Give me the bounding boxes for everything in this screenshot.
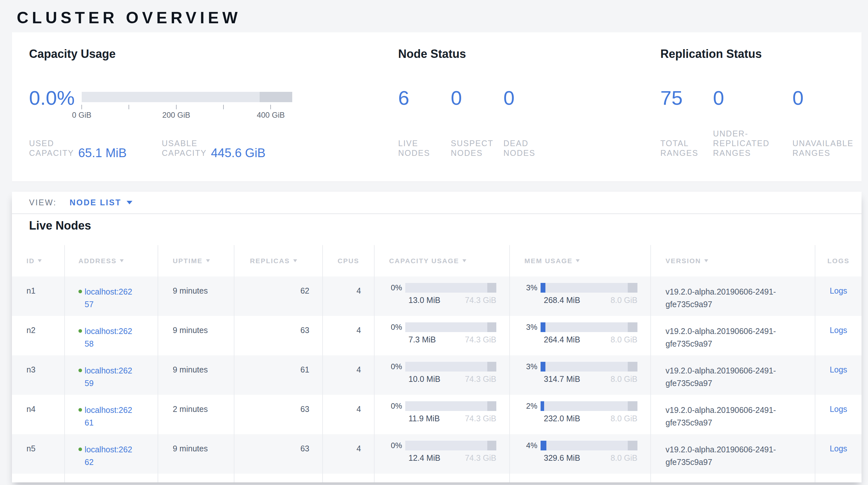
node-live-status-dot — [79, 290, 82, 293]
replicas-cell: 62 — [235, 277, 323, 316]
stat-value: 0 — [503, 88, 556, 108]
cpus-cell: 4 — [323, 316, 375, 355]
usage-bar-fill — [540, 322, 546, 332]
usage-used-value: 268.4 MiB — [544, 295, 580, 305]
usage-total-value: 74.3 GiB — [465, 414, 496, 423]
usage-bar-fill — [540, 283, 546, 293]
usage-total-value: 8.0 GiB — [611, 453, 638, 463]
usage-total-value: 8.0 GiB — [611, 295, 638, 305]
node-id: n1 — [12, 277, 65, 316]
uptime-cell: 9 minutes — [158, 434, 235, 474]
version-cell: v19.2.0-alpha.20190606-2491-gfe735c9a97 — [651, 434, 815, 474]
mem-usage-cell: 3% 314.7 MiB 8.0 GiB — [510, 355, 651, 395]
cpus-cell: 4 — [323, 355, 375, 395]
replicas-cell: 63 — [235, 316, 323, 355]
usage-used-value: 314.7 MiB — [544, 374, 580, 384]
axis-tick-label: 0 GiB — [72, 111, 91, 120]
usage-total-value: 74.3 GiB — [465, 453, 496, 463]
stat-label: DEADNODES — [503, 138, 535, 158]
usage-bar — [405, 322, 496, 332]
usage-bar-cap — [628, 441, 638, 450]
node-status-heading: Node Status — [398, 47, 466, 61]
axis-tick — [82, 105, 82, 109]
stat-label: UNDER-REPLICATEDRANGES — [713, 129, 770, 158]
column-header-address[interactable]: ADDRESS — [65, 245, 158, 277]
node-live-status-dot — [79, 329, 82, 333]
logs-link[interactable]: Logs — [830, 444, 847, 453]
axis-tick-label: 400 GiB — [257, 111, 285, 120]
node-list-dropdown[interactable]: NODE LIST — [69, 198, 132, 207]
page-title: CLUSTER OVERVIEW — [17, 8, 241, 27]
node-status-stats: 6 LIVENODES 0 SUSPECTNODES 0 DEADNODES — [398, 88, 556, 158]
uptime-cell: 9 minutes — [158, 355, 235, 395]
stat-label: UNAVAILABLERANGES — [793, 138, 854, 158]
capacity-usage-bar: 0 GiB200 GiB400 GiB — [82, 92, 292, 102]
node-address-cell: localhost:26257 — [65, 277, 158, 316]
usage-percent: 0% — [379, 402, 405, 411]
logs-link[interactable]: Logs — [830, 404, 847, 413]
table-row: n2 localhost:26258 9 minutes 63 4 0% 7.3… — [12, 316, 862, 355]
summary-stat: 0 SUSPECTNODES — [451, 88, 503, 158]
capacity-usage-cell: 0% 12.4 MiB 74.3 GiB — [375, 434, 510, 474]
column-header-mem-usage[interactable]: MEM USAGE — [510, 245, 651, 277]
summary-stat: 6 LIVENODES — [398, 88, 451, 158]
usage-percent: 0% — [379, 323, 405, 332]
usage-percent: 0% — [379, 441, 405, 450]
axis-tick — [270, 105, 271, 109]
column-header-replicas[interactable]: REPLICAS — [235, 245, 323, 277]
column-header-uptime[interactable]: UPTIME — [158, 245, 235, 277]
sort-caret-icon — [576, 259, 580, 262]
node-address-cell: localhost:26261 — [65, 395, 158, 434]
capacity-usage-cell: 0% 7.3 MiB 74.3 GiB — [375, 316, 510, 355]
usage-bar-cap — [487, 401, 496, 411]
node-address-cell: localhost:26262 — [65, 434, 158, 474]
column-header-capacity-usage[interactable]: CAPACITY USAGE — [375, 245, 510, 277]
usage-bar-cap — [487, 362, 496, 372]
table-row-partial — [12, 474, 862, 482]
usage-bar-cap — [487, 283, 496, 293]
sort-caret-icon — [462, 259, 466, 262]
usage-percent: 4% — [515, 441, 540, 450]
usage-bar-cap — [487, 441, 496, 450]
column-header-logs: LOGS — [815, 245, 862, 277]
node-address-link[interactable]: localhost:26258 — [85, 326, 132, 348]
usage-total-value: 8.0 GiB — [611, 335, 638, 344]
logs-link[interactable]: Logs — [830, 365, 847, 374]
node-address-link[interactable]: localhost:26257 — [85, 287, 132, 309]
table-body: n1 localhost:26257 9 minutes 62 4 0% 13.… — [12, 277, 862, 482]
logs-link[interactable]: Logs — [830, 325, 847, 335]
node-address-link[interactable]: localhost:26262 — [85, 445, 132, 466]
usage-total-value: 74.3 GiB — [465, 374, 496, 384]
axis-tick — [176, 105, 177, 109]
live-nodes-heading: Live Nodes — [29, 219, 91, 232]
usage-bar-cap — [487, 322, 496, 332]
capacity-usage-cell: 0% 13.0 MiB 74.3 GiB — [375, 277, 510, 316]
replication-status-stats: 75 TOTALRANGES 0 UNDER-REPLICATEDRANGES … — [660, 88, 845, 158]
usage-bar — [405, 401, 496, 411]
sort-caret-icon — [206, 259, 210, 262]
mem-usage-cell: 3% 268.4 MiB 8.0 GiB — [510, 277, 651, 316]
used-capacity-value: 65.1 MiB — [78, 146, 127, 160]
summary-stat: 0 UNDER-REPLICATEDRANGES — [713, 88, 793, 158]
usable-capacity-value: 445.6 GiB — [211, 146, 266, 160]
usage-used-value: 13.0 MiB — [408, 295, 440, 305]
logs-cell: Logs — [815, 277, 862, 316]
column-header-version[interactable]: VERSION — [651, 245, 815, 277]
cluster-summary-panel: Capacity Usage Node Status Replication S… — [12, 32, 862, 181]
column-header-id[interactable]: ID — [12, 245, 65, 277]
stat-value: 75 — [660, 88, 713, 108]
node-address-link[interactable]: localhost:26259 — [85, 366, 132, 388]
usage-used-value: 264.4 MiB — [544, 335, 580, 344]
sort-caret-icon — [38, 259, 42, 262]
logs-link[interactable]: Logs — [830, 286, 847, 295]
node-live-status-dot — [79, 408, 82, 411]
node-address-link[interactable]: localhost:26261 — [85, 405, 132, 427]
used-capacity-label: USEDCAPACITY — [29, 138, 74, 158]
column-header-cpus: CPUS — [323, 245, 375, 277]
axis-tick — [128, 105, 129, 109]
usage-bar — [540, 441, 638, 450]
usage-bar-cap — [628, 362, 638, 372]
sort-caret-icon — [704, 259, 708, 262]
summary-stat: 0 UNAVAILABLERANGES — [793, 88, 845, 158]
usage-bar-cap — [628, 322, 638, 332]
